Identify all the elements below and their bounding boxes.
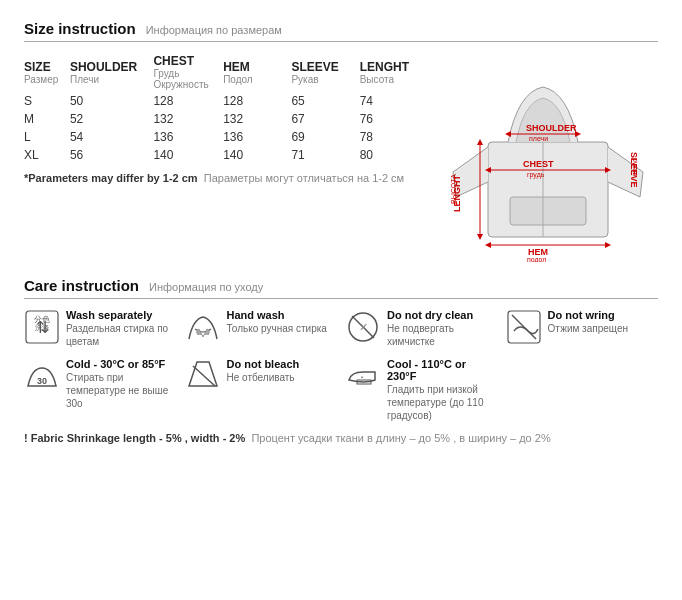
svg-text:подол: подол bbox=[527, 256, 546, 262]
care-sub-cold-wash: Стирать при температуре не выше 30о bbox=[66, 371, 177, 410]
cell-lenght: 78 bbox=[360, 128, 428, 146]
cell-sleeve: 67 bbox=[291, 110, 359, 128]
cool-iron-icon: • bbox=[345, 358, 381, 394]
care-title-cold-wash: Cold - 30°C or 85°F bbox=[66, 358, 177, 370]
care-sub-no-wring: Отжим запрещен bbox=[548, 322, 629, 335]
svg-text:洗涤: 洗涤 bbox=[35, 324, 49, 331]
hoodie-diagram: SHOULDER плечи CHEST грудь HEM подол LEN… bbox=[438, 52, 658, 265]
svg-text:грудь: грудь bbox=[527, 171, 545, 179]
col-shoulder: SHOULDERПлечи bbox=[70, 52, 153, 90]
cell-sleeve: 69 bbox=[291, 128, 359, 146]
no-bleach-icon bbox=[185, 358, 221, 394]
col-hem: HEMПодол bbox=[223, 52, 291, 90]
care-text-hand-wash: Hand wash Только ручная стирка bbox=[227, 309, 327, 335]
table-row: L541361366978 bbox=[24, 128, 428, 146]
params-note-bold: *Parameters may differ by 1-2 cm bbox=[24, 172, 198, 184]
params-note: *Parameters may differ by 1-2 cm Парамет… bbox=[24, 172, 428, 184]
care-item-cold-wash: 30 Cold - 30°C or 85°F Стирать при темпе… bbox=[24, 358, 177, 422]
col-chest: CHESTГрудьОкружность bbox=[153, 52, 223, 90]
cell-hem: 136 bbox=[223, 128, 291, 146]
care-title-no-dry-clean: Do not dry clean bbox=[387, 309, 498, 321]
cell-size: M bbox=[24, 110, 70, 128]
svg-text:30: 30 bbox=[37, 376, 47, 386]
svg-text:ВЫСОТА: ВЫСОТА bbox=[450, 174, 457, 204]
care-text-no-dry-clean: Do not dry clean Не подвергать химчистке bbox=[387, 309, 498, 348]
care-sub-hand-wash: Только ручная стирка bbox=[227, 322, 327, 335]
cell-shoulder: 56 bbox=[70, 146, 153, 164]
care-text-wash-separate: Wash separately Раздельная стирка по цве… bbox=[66, 309, 177, 348]
svg-text:плечи: плечи bbox=[529, 135, 548, 142]
care-grid: ⇅ 分色 洗涤 Wash separately Раздельная стирк… bbox=[24, 309, 658, 422]
cell-size: L bbox=[24, 128, 70, 146]
cell-lenght: 76 bbox=[360, 110, 428, 128]
wash-separate-icon: ⇅ 分色 洗涤 bbox=[24, 309, 60, 345]
cell-chest: 128 bbox=[153, 90, 223, 110]
size-table: SIZEРазмер SHOULDERПлечи CHESTГрудьОкруж… bbox=[24, 52, 428, 164]
table-row: XL561401407180 bbox=[24, 146, 428, 164]
hand-wash-icon bbox=[185, 309, 221, 345]
size-title: Size instruction bbox=[24, 20, 136, 37]
col-sleeve: SLEEVEРукав bbox=[291, 52, 359, 90]
cell-lenght: 80 bbox=[360, 146, 428, 164]
care-text-cold-wash: Cold - 30°C or 85°F Стирать при температ… bbox=[66, 358, 177, 410]
care-title-wash-separate: Wash separately bbox=[66, 309, 177, 321]
cell-size: S bbox=[24, 90, 70, 110]
svg-text:✕: ✕ bbox=[359, 321, 368, 333]
care-item-wash-separate: ⇅ 分色 洗涤 Wash separately Раздельная стирк… bbox=[24, 309, 177, 348]
care-item-hand-wash: Hand wash Только ручная стирка bbox=[185, 309, 338, 348]
care-title: Care instruction bbox=[24, 277, 139, 294]
cell-sleeve: 71 bbox=[291, 146, 359, 164]
size-section-header: Size instruction Информация по размерам bbox=[24, 20, 658, 42]
cell-shoulder: 50 bbox=[70, 90, 153, 110]
cell-hem: 128 bbox=[223, 90, 291, 110]
cell-hem: 132 bbox=[223, 110, 291, 128]
care-item-placeholder bbox=[506, 358, 659, 422]
col-size: SIZEРазмер bbox=[24, 52, 70, 90]
svg-rect-1 bbox=[510, 197, 586, 225]
care-text-no-bleach: Do not bleach Не отбеливать bbox=[227, 358, 300, 384]
cell-lenght: 74 bbox=[360, 90, 428, 110]
shrinkage-note: ! Fabric Shrinkage length - 5% , width -… bbox=[24, 432, 658, 444]
table-header-row: SIZEРазмер SHOULDERПлечи CHESTГрудьОкруж… bbox=[24, 52, 428, 90]
care-item-no-dry-clean: ✕ Do not dry clean Не подвергать химчист… bbox=[345, 309, 498, 348]
size-subtitle: Информация по размерам bbox=[146, 24, 282, 36]
page: Size instruction Информация по размерам … bbox=[0, 0, 682, 600]
table-row: M521321326776 bbox=[24, 110, 428, 128]
care-item-no-wring: Do not wring Отжим запрещен bbox=[506, 309, 659, 348]
cell-chest: 132 bbox=[153, 110, 223, 128]
care-sub-no-bleach: Не отбеливать bbox=[227, 371, 300, 384]
care-title-hand-wash: Hand wash bbox=[227, 309, 327, 321]
cell-size: XL bbox=[24, 146, 70, 164]
size-table-area: SIZEРазмер SHOULDERПлечи CHESTГрудьОкруж… bbox=[24, 52, 428, 265]
params-note-ru: Параметры могут отличаться на 1-2 см bbox=[204, 172, 404, 184]
no-dry-clean-icon: ✕ bbox=[345, 309, 381, 345]
no-wring-icon bbox=[506, 309, 542, 345]
cell-shoulder: 52 bbox=[70, 110, 153, 128]
care-sub-no-dry-clean: Не подвергать химчистке bbox=[387, 322, 498, 348]
care-item-no-bleach: Do not bleach Не отбеливать bbox=[185, 358, 338, 422]
svg-line-26 bbox=[512, 315, 536, 339]
care-title-no-wring: Do not wring bbox=[548, 309, 629, 321]
size-section: SIZEРазмер SHOULDERПлечи CHESTГрудьОкруж… bbox=[24, 52, 658, 265]
care-text-cool-iron: Cool - 110°C or 230°F Гладить при низкой… bbox=[387, 358, 498, 422]
cell-chest: 136 bbox=[153, 128, 223, 146]
shrinkage-bold: ! Fabric Shrinkage length - 5% , width -… bbox=[24, 432, 245, 444]
cell-chest: 140 bbox=[153, 146, 223, 164]
table-row: S501281286574 bbox=[24, 90, 428, 110]
care-subtitle: Информация по уходу bbox=[149, 281, 263, 293]
svg-text:分色: 分色 bbox=[34, 315, 50, 324]
shrinkage-ru: Процент усадки ткани в длину – до 5% , в… bbox=[251, 432, 550, 444]
care-title-cool-iron: Cool - 110°C or 230°F bbox=[387, 358, 498, 382]
care-section-header: Care instruction Информация по уходу bbox=[24, 277, 658, 299]
svg-text:CHEST: CHEST bbox=[523, 159, 554, 169]
col-lenght: LENGHTВысота bbox=[360, 52, 428, 90]
care-item-cool-iron: • Cool - 110°C or 230°F Гладить при низк… bbox=[345, 358, 498, 422]
cell-hem: 140 bbox=[223, 146, 291, 164]
svg-text:рукав: рукав bbox=[631, 158, 639, 176]
svg-text:SHOULDER: SHOULDER bbox=[526, 123, 577, 133]
care-title-no-bleach: Do not bleach bbox=[227, 358, 300, 370]
cell-sleeve: 65 bbox=[291, 90, 359, 110]
cell-shoulder: 54 bbox=[70, 128, 153, 146]
hoodie-svg: SHOULDER плечи CHEST грудь HEM подол LEN… bbox=[438, 52, 648, 262]
cold-wash-icon: 30 bbox=[24, 358, 60, 394]
